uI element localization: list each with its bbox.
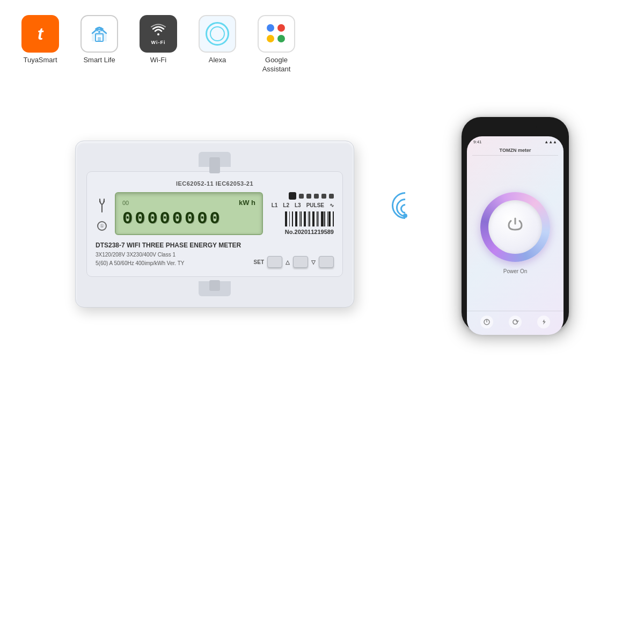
btn-up-label: △: [286, 259, 290, 265]
tuya-smart-icon-box: t: [21, 15, 59, 53]
meter-indicators: L1 L2 L3 PULSE ∿: [269, 192, 334, 235]
barcode-lines: [285, 211, 334, 226]
power-on-label: Power On: [503, 268, 527, 274]
indicator-dot-3: [314, 194, 319, 199]
phone-lightning-icon: [540, 318, 547, 326]
meter-left-icons: ①: [96, 192, 108, 235]
svg-point-3: [98, 31, 100, 33]
lcd-two-row: 00: [122, 200, 129, 206]
indicator-dots-row: [289, 192, 334, 200]
meter-btn-set[interactable]: [267, 256, 282, 268]
phone-bottom-icon-lightning: [537, 316, 550, 328]
indicator-wifi-sym: ∿: [330, 202, 334, 208]
indicator-pulse: PULSE: [306, 202, 324, 208]
alexa-icon-graphic: [206, 22, 229, 46]
power-circle-outer: [480, 192, 550, 262]
meter-spec1: 3X120/208V 3X230/400V Class 1: [96, 251, 245, 259]
wifi-text: Wi-Fi: [151, 40, 166, 45]
phone-notch: [494, 122, 537, 134]
phone-main-content: Power On: [467, 156, 564, 311]
meter-display-row: ① 00 kW h 00000000: [96, 192, 334, 235]
meter-lcd-display: 00 kW h 00000000: [115, 192, 263, 235]
din-rail-clip-bottom: [199, 281, 231, 296]
alexa-ring-inner: [210, 26, 225, 41]
smart-life-label: Smart Life: [83, 56, 115, 65]
indicator-dot-main: [289, 192, 296, 200]
phone-bottom-icon-refresh: [509, 316, 522, 328]
wifi-icon-item: Wi-Fi Wi-Fi: [134, 15, 182, 65]
wifi-label: Wi-Fi: [150, 56, 166, 65]
google-dots-graphic: [267, 24, 286, 43]
lcd-digits: 00000000: [122, 209, 255, 229]
phone-app-title: TOMZN meter: [467, 145, 564, 155]
indicator-dot-wifi: [329, 194, 334, 199]
phone-power-icon: [483, 318, 491, 326]
tuning-fork-icon: [96, 197, 108, 217]
brand-icons-bar: t TuyaSmart Smart Life: [0, 0, 644, 85]
meter-info-text: DTS238-7 WIFI THREE PHASE ENERGY METER 3…: [96, 241, 245, 268]
meter-body: IEC62052-11 IEC62053-21 ①: [86, 171, 343, 277]
smart-life-icon-box: [80, 15, 118, 53]
wifi-icon-box: Wi-Fi: [140, 15, 177, 53]
power-button-icon: [507, 216, 524, 237]
alexa-icon-box: [199, 15, 236, 53]
google-dot-red: [277, 24, 285, 32]
alexa-label: Alexa: [209, 56, 226, 65]
phone-status-icons: ▲▲▲: [544, 140, 557, 144]
smart-life-house-svg: [87, 22, 111, 46]
meter-info-section: DTS238-7 WIFI THREE PHASE ENERGY METER 3…: [96, 241, 334, 268]
btn-down-label: ▽: [311, 259, 316, 265]
meter-btn-up[interactable]: [293, 256, 308, 268]
energy-meter-device: IEC62052-11 IEC62053-21 ①: [75, 141, 354, 308]
wifi-arcs-container: [386, 187, 424, 219]
phone-screen: 9:41 ▲▲▲ TOMZN meter: [467, 136, 564, 335]
meter-btn-down[interactable]: [319, 256, 334, 268]
power-circle-inner: [488, 200, 542, 254]
google-dot-green: [277, 35, 285, 42]
phone-refresh-icon: [511, 318, 519, 326]
tuya-letter: t: [38, 24, 43, 44]
indicator-dot-4: [321, 194, 326, 199]
meter-spec2: 5(60) A 50/60Hz 400imp/kWh Ver. TY: [96, 259, 245, 268]
wifi-signal-waves: [386, 187, 429, 230]
phone-bottom-bar: [467, 311, 564, 335]
google-assistant-label: Google Assistant: [262, 56, 291, 74]
tuya-smart-label: TuyaSmart: [23, 56, 57, 65]
meter-circle-label: ①: [97, 221, 107, 231]
wifi-icon-graphic: Wi-Fi: [150, 23, 166, 45]
phone-status-bar: 9:41 ▲▲▲: [467, 136, 564, 145]
indicator-dot-1: [299, 194, 304, 199]
tuning-fork-svg: [96, 197, 108, 214]
meter-buttons-group: SET △ ▽: [254, 256, 334, 268]
smartphone-device: 9:41 ▲▲▲ TOMZN meter: [462, 117, 569, 332]
google-dot-blue: [267, 24, 274, 32]
google-icon-box: [258, 15, 295, 53]
power-icon-svg: [507, 216, 524, 233]
google-dot-yellow: [267, 35, 274, 42]
lcd-top-row: 00 kW h: [122, 199, 255, 207]
tuya-smart-icon-item: t TuyaSmart: [16, 15, 64, 65]
smart-life-icon-item: Smart Life: [75, 15, 123, 65]
indicator-l1: L1: [272, 202, 278, 208]
phone-time: 9:41: [473, 140, 482, 144]
meter-standards: IEC62052-11 IEC62053-21: [96, 180, 334, 187]
btn-set-label: SET: [254, 259, 264, 265]
indicator-l3: L3: [295, 202, 301, 208]
meter-model-name: DTS238-7 WIFI THREE PHASE ENERGY METER: [96, 241, 245, 249]
wifi-arc-dot: [403, 214, 407, 218]
lcd-unit: kW h: [239, 199, 255, 207]
indicator-dot-2: [306, 194, 311, 199]
alexa-icon-item: Alexa: [193, 15, 241, 65]
indicator-l2: L2: [283, 202, 289, 208]
din-rail-clip-top: [199, 152, 231, 167]
indicator-labels-row: L1 L2 L3 PULSE ∿: [272, 202, 334, 208]
phone-bottom-icon-power: [480, 316, 493, 328]
barcode-section: No.202011219589: [285, 211, 334, 235]
product-area: IEC62052-11 IEC62053-21 ①: [0, 96, 644, 353]
alexa-ring-outer: [206, 22, 229, 46]
wifi-svg: [150, 23, 166, 39]
google-assistant-icon-item: Google Assistant: [252, 15, 301, 74]
svg-rect-2: [98, 37, 101, 41]
barcode-number: No.202011219589: [285, 229, 334, 235]
